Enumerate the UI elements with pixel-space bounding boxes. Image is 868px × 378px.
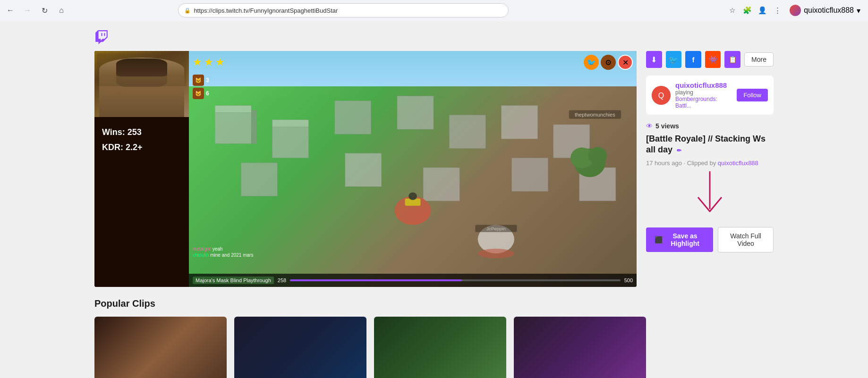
forward-button[interactable]: → [21,4,34,17]
save-highlight-button[interactable]: ⬛ Save as Highlight [646,227,713,252]
clip-meta: 17 hours ago · Clipped by quixoticflux88… [646,160,774,167]
webcam-panel: Wins: 253 KDR: 2.2+ [94,51,189,287]
progress-track[interactable] [290,279,620,281]
player-count-2: 6 [206,90,209,97]
game-hud: ★ ★ ★ 🐦 ⚙ ✕ [189,55,637,70]
follow-button[interactable]: Follow [737,89,768,101]
browser-right-actions: ☆ 🧩 👤 ⋮ quixoticflux888 ▾ [725,4,864,17]
progress-current: 258 [278,277,286,283]
wins-label: Wins: 253 [102,125,181,140]
game-area: theptwomunchies JcPeppin [189,51,637,287]
game-link[interactable]: Bombergrounds: Battl... [675,96,717,109]
back-button[interactable]: ← [4,4,17,17]
svg-text:Q: Q [658,92,664,100]
twitch-header [0,30,868,46]
user-name: quixoticflux888 [804,6,854,15]
chevron-down-icon: ▾ [857,6,860,15]
chat-user-1: metalgrrl [193,246,211,252]
chat-line-2: chtoulin mine and 2021 mars [193,252,253,258]
reddit-button[interactable]: 👾 [705,51,721,68]
clip-card-4[interactable] [514,317,646,378]
facebook-button[interactable]: f [685,51,701,68]
channel-game: playing Bombergrounds: Battl... [675,89,732,109]
svg-text:theptwomunchies: theptwomunchies [575,112,615,117]
game-grid: theptwomunchies JcPeppin [189,51,637,287]
channel-info: quixoticflux888 playing Bombergrounds: B… [675,81,732,109]
star-1: ★ [193,56,202,68]
player-row-2: 🐱 6 [193,88,209,99]
player-char-1: 🐱 [193,75,204,86]
user-profile[interactable]: quixoticflux888 ▾ [786,4,864,17]
watch-full-button[interactable]: Watch Full Video [718,227,774,252]
game-icons-right: 🐦 ⚙ ✕ [584,55,633,70]
progress-total: 500 [624,277,633,283]
channel-name[interactable]: quixoticflux888 [675,81,732,89]
player-count-1: 3 [206,77,209,84]
channel-card: Q quixoticflux888 playing Bombergrounds:… [646,76,774,115]
progress-label: Majora's Mask Blind Playthrough [193,277,274,284]
webcam-stats: Wins: 253 KDR: 2.2+ [94,117,189,163]
avatar-icon: Q [652,86,671,105]
player-char-2: 🐱 [193,88,204,99]
player-icons: 🐱 3 🐱 6 [193,75,209,99]
svg-text:JcPeppin: JcPeppin [486,226,506,231]
svg-point-18 [408,193,417,200]
menu-button[interactable]: ⋮ [771,4,784,17]
lock-icon: 🔒 [184,8,191,14]
svg-rect-1 [215,105,251,112]
video-game-area: Wins: 253 KDR: 2.2+ [94,51,637,287]
svg-rect-13 [511,158,548,192]
game-icon-close[interactable]: ✕ [618,55,633,70]
clipped-by-label: Clipped by [687,160,716,167]
video-progress-bar: Majora's Mask Blind Playthrough 258 500 [189,274,637,287]
extensions-button[interactable]: 🧩 [740,4,754,17]
profile-button[interactable]: 👤 [756,4,769,17]
clip-button[interactable]: 📋 [724,51,740,68]
kdr-label: KDR: 2.2+ [102,140,181,155]
popular-section: Popular Clips [0,298,868,378]
svg-rect-10 [241,163,277,196]
clip-timestamp: 17 hours ago [646,160,682,167]
reload-button[interactable]: ↻ [38,4,51,17]
share-actions: ⬇ 🐦 f 👾 📋 More [646,51,774,68]
more-button[interactable]: More [744,52,774,67]
browser-chrome: ← → ↻ ⌂ 🔒 https://clips.twitch.tv/FunnyI… [0,0,868,21]
twitter-button[interactable]: 🐦 [666,51,682,68]
video-section: Wins: 253 KDR: 2.2+ [94,51,637,287]
blocks-svg: theptwomunchies JcPeppin [189,86,637,287]
background-room [97,53,187,86]
ground: theptwomunchies JcPeppin [189,86,637,287]
clipped-by-link[interactable]: quixoticflux888 [718,160,758,167]
svg-point-27 [588,147,607,164]
game-icon-1: 🐦 [584,55,599,70]
svg-rect-12 [423,168,460,201]
bookmarks-button[interactable]: ☆ [725,4,739,17]
address-bar[interactable]: 🔒 https://clips.twitch.tv/FunnyIgnorantS… [178,3,509,17]
clip-thumb-1 [94,317,227,378]
home-button[interactable]: ⌂ [55,4,68,17]
svg-rect-4 [272,120,308,127]
clip-title-text: [Battle Royale] // Stacking Ws all day [646,134,766,154]
svg-rect-2 [251,110,256,144]
clip-card-1[interactable] [94,317,227,378]
svg-rect-8 [501,105,537,139]
star-3: ★ [215,56,225,68]
star-icons: ★ ★ ★ [193,56,225,68]
page-content: Wins: 253 KDR: 2.2+ [0,21,868,378]
main-layout: Wins: 253 KDR: 2.2+ [0,51,868,287]
user-avatar [790,5,801,16]
chat-line-1: metalgrrl yeah [193,246,253,252]
webcam-video [94,51,189,117]
save-highlight-label: Save as Highlight [665,232,705,247]
clip-thumb-4 [514,317,646,378]
star-2: ★ [204,56,213,68]
svg-rect-0 [215,110,251,144]
edit-icon[interactable]: ✏ [677,147,681,154]
video-player[interactable]: Wins: 253 KDR: 2.2+ [94,51,637,287]
svg-rect-3 [272,125,308,158]
clip-thumb-3 [374,317,506,378]
clip-card-3[interactable] [374,317,506,378]
download-button[interactable]: ⬇ [646,51,662,68]
clip-card-2[interactable] [234,317,366,378]
svg-rect-5 [335,101,371,134]
